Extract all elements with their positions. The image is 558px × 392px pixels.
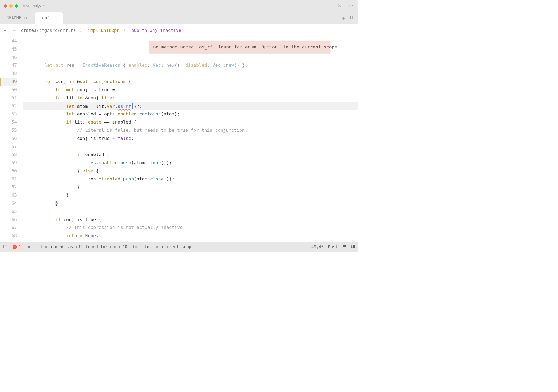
code-line[interactable]: // Literal is false, but needs to be tru…: [23, 126, 358, 134]
chevron-right-icon: 〉: [123, 27, 128, 33]
minimize-window-button[interactable]: [9, 4, 13, 8]
more-icon[interactable]: ···: [346, 3, 354, 8]
code-line[interactable]: }: [23, 191, 358, 199]
code-line[interactable]: for lit in &conj.liter: [23, 94, 358, 102]
code-line[interactable]: }: [23, 183, 358, 191]
code-line[interactable]: } else {: [23, 167, 358, 175]
error-count: 1: [19, 244, 21, 249]
error-icon: ✕: [13, 245, 17, 249]
code-line[interactable]: if lit.negate == enabled {: [23, 118, 358, 126]
add-user-icon[interactable]: [338, 3, 342, 8]
code-line[interactable]: [23, 69, 358, 78]
maximize-window-button[interactable]: [15, 4, 18, 8]
tab-dnf-rs[interactable]: dnf.rs: [35, 12, 63, 24]
breadcrumb-impl[interactable]: impl DnfExpr: [88, 28, 119, 33]
breadcrumb-fn[interactable]: pub fn why_inactive: [131, 28, 181, 33]
language-mode[interactable]: Rust: [328, 244, 338, 249]
code-line[interactable]: }: [23, 199, 358, 207]
breadcrumb-bar: ← → crates/cfg/src/dnf.rs 〉 impl DnfExpr…: [0, 24, 358, 37]
breadcrumb-path[interactable]: crates/cfg/src/dnf.rs: [21, 28, 76, 33]
project-tree-icon[interactable]: [3, 244, 7, 250]
code-line[interactable]: let mut conj_is_true =: [23, 86, 358, 94]
code-line[interactable]: [23, 207, 358, 216]
code-line[interactable]: // This expression is not actually inact…: [23, 223, 358, 232]
code-line[interactable]: return None;: [23, 232, 358, 240]
window-traffic-lights: [4, 4, 18, 8]
titlebar: rust-analyzer ···: [0, 0, 358, 12]
code-area[interactable]: no method named `as_rf` found for enum `…: [23, 37, 358, 242]
code-line[interactable]: if enabled {: [23, 151, 358, 159]
code-line[interactable]: let mut res = InactiveReason { enabled: …: [23, 61, 358, 69]
status-error-message[interactable]: no method named `as_rf` found for enum `…: [26, 244, 194, 249]
close-window-button[interactable]: [4, 4, 7, 8]
cursor-position[interactable]: 49,40: [311, 244, 324, 249]
app-title: rust-analyzer: [23, 4, 45, 8]
tab-bar: README.mddnf.rs +: [0, 12, 358, 24]
code-line[interactable]: if conj_is_true {: [23, 216, 358, 224]
code-line[interactable]: let enabled = opts.enabled.contains(atom…: [23, 110, 358, 118]
line-number-gutter: 4445464748495051525354555657585960616263…: [0, 37, 23, 242]
code-line[interactable]: conj_is_true = false;: [23, 134, 358, 143]
chevron-right-icon: 〉: [80, 27, 84, 33]
status-bar: ✕ 1 no method named `as_rf` found for en…: [0, 242, 358, 252]
panel-toggle-icon[interactable]: [351, 244, 355, 250]
diagnostic-hover: no method named `as_rf` found for enum `…: [149, 41, 330, 53]
code-editor[interactable]: 4445464748495051525354555657585960616263…: [0, 37, 358, 242]
error-count-badge[interactable]: ✕ 1: [10, 244, 23, 250]
code-line[interactable]: for conj in &self.conjunctions {: [23, 78, 358, 86]
nav-back-button[interactable]: ←: [2, 28, 8, 33]
split-editor-icon[interactable]: [350, 15, 355, 21]
code-line[interactable]: }: [23, 240, 358, 242]
code-line[interactable]: [23, 142, 358, 151]
feedback-icon[interactable]: [342, 244, 347, 250]
code-line[interactable]: res.enabled.push(atom.clone());: [23, 159, 358, 167]
new-tab-button[interactable]: +: [339, 15, 348, 21]
svg-rect-3: [353, 245, 355, 248]
code-line[interactable]: res.disabled.push(atom.clone());: [23, 175, 358, 183]
code-line[interactable]: let atom = lit.var.as_rf()?;: [23, 102, 358, 110]
tab-README-md[interactable]: README.md: [0, 12, 35, 24]
svg-point-0: [339, 4, 340, 5]
nav-forward-button[interactable]: →: [11, 28, 17, 33]
